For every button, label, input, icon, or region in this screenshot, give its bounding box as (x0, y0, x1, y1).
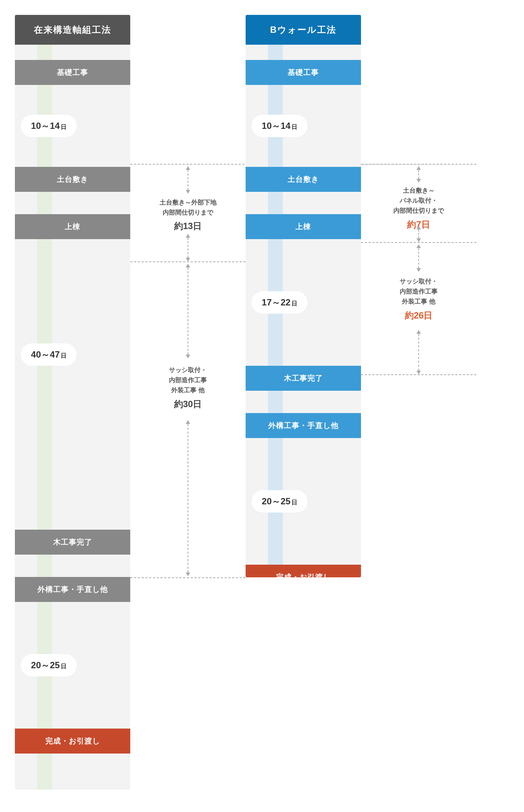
bwall-annotations: 土台敷き～ パネル取付・ 内部間仕切りまで 約7日 サッシ取付・ 内部造作工事 … (361, 15, 476, 577)
arrow-span (188, 167, 188, 193)
arrow-span (418, 167, 419, 182)
duration-pill: 20～25日 (21, 654, 77, 676)
arrow-span (188, 235, 188, 261)
note-line: 土台敷き～外部下地 (160, 199, 217, 206)
dashed-line (361, 242, 476, 243)
bwall-column: Bウォール工法 基礎工事 10～14日 土台敷き 上棟 17～22日 木工事完了… (246, 15, 361, 577)
arrow-span (188, 421, 188, 575)
duration-pill: 10～14日 (21, 115, 77, 137)
conventional-title: 在来構造軸組工法 (15, 15, 130, 45)
annotation-note: サッシ取付・ 内部造作工事 外装工事 他 約30日 (130, 361, 246, 415)
duration-value: 10～14 (31, 121, 60, 131)
step-sill: 土台敷き (15, 167, 130, 192)
step-raising: 上棟 (246, 214, 361, 239)
step-carpentry-done: 木工事完了 (246, 366, 361, 391)
day-suffix: 日 (61, 663, 67, 669)
note-value: 約13日 (138, 219, 238, 233)
day-suffix: 日 (291, 124, 297, 130)
annotation-note: サッシ取付・ 内部造作工事 外装工事 他 約26日 (361, 273, 476, 326)
step-raising: 上棟 (15, 214, 130, 239)
step-foundation: 基礎工事 (15, 60, 130, 85)
note-line: サッシ取付・ (400, 278, 438, 285)
step-foundation: 基礎工事 (246, 60, 361, 85)
timeline-bar (37, 45, 52, 790)
step-exterior: 外構工事・手直し他 (246, 413, 361, 438)
bwall-title: Bウォール工法 (246, 15, 361, 45)
note-line: サッシ取付・ (169, 367, 207, 374)
duration-value: 10～14 (262, 121, 290, 131)
duration-value: 20～25 (262, 496, 290, 506)
dashed-line (361, 374, 476, 375)
note-line: 外装工事 他 (402, 298, 435, 305)
dashed-line (130, 261, 246, 262)
dashed-line (130, 577, 246, 578)
note-value: 約26日 (368, 308, 469, 323)
arrow-span (418, 331, 419, 374)
duration-value: 40～47 (31, 349, 60, 359)
step-complete: 完成・お引渡し (15, 729, 130, 754)
arrow-span (188, 264, 188, 358)
note-line: 外装工事 他 (171, 387, 205, 394)
note-line: 内部間仕切りまで (393, 207, 444, 214)
annotation-note: 土台敷き～外部下地 内部間仕切りまで 約13日 (130, 194, 246, 237)
duration-value: 17～22 (262, 297, 290, 307)
duration-pill: 10～14日 (252, 115, 307, 137)
comparison-diagram: 在来構造軸組工法 基礎工事 10～14日 土台敷き 上棟 40～47日 木工事完… (15, 15, 509, 790)
note-line: 土台敷き～ (403, 187, 435, 194)
day-suffix: 日 (61, 124, 67, 130)
arrow-span (418, 226, 419, 241)
conventional-column: 在来構造軸組工法 基礎工事 10～14日 土台敷き 上棟 40～47日 木工事完… (15, 15, 130, 790)
step-sill: 土台敷き (246, 167, 361, 192)
day-suffix: 日 (61, 352, 67, 359)
duration-pill: 20～25日 (252, 490, 307, 513)
arrow-span (418, 245, 419, 271)
step-complete: 完成・お引渡し (246, 565, 361, 577)
step-exterior: 外構工事・手直し他 (15, 577, 130, 602)
duration-pill: 17～22日 (252, 291, 307, 314)
note-line: 内部間仕切りまで (163, 209, 213, 216)
dashed-line (361, 164, 476, 165)
duration-value: 20～25 (31, 660, 60, 670)
day-suffix: 日 (291, 499, 297, 505)
note-line: 内部造作工事 (400, 288, 438, 295)
conventional-annotations: 土台敷き～外部下地 内部間仕切りまで 約13日 サッシ取付・ 内部造作工事 外装… (130, 15, 246, 790)
note-value: 約30日 (138, 397, 238, 411)
note-line: 内部造作工事 (169, 377, 207, 384)
day-suffix: 日 (291, 300, 297, 307)
note-line: パネル取付・ (400, 197, 438, 204)
duration-pill: 40～47日 (21, 343, 77, 366)
step-carpentry-done: 木工事完了 (15, 530, 130, 555)
